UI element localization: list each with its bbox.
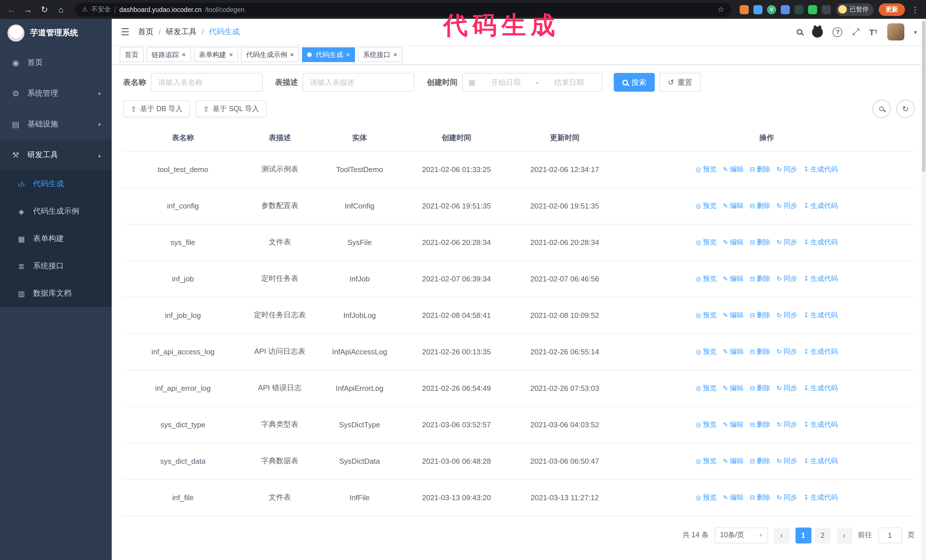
fox-extension-icon[interactable] — [740, 5, 749, 14]
logo[interactable]: 芋道管理系统 — [0, 19, 112, 47]
edit-link[interactable]: ✎编辑 — [723, 274, 743, 284]
search-icon[interactable] — [797, 29, 803, 35]
sync-link[interactable]: ↻同步 — [777, 165, 797, 174]
tab-1[interactable]: 链路追踪× — [147, 47, 191, 62]
close-icon[interactable]: × — [229, 51, 233, 58]
generate-code-link[interactable]: ↧生成代码 — [803, 201, 838, 210]
delete-link[interactable]: ⊟删除 — [750, 165, 770, 174]
github-icon[interactable] — [812, 27, 823, 37]
chevron-down-icon[interactable]: ▾ — [914, 29, 917, 35]
preview-link[interactable]: ◎预览 — [696, 237, 717, 247]
sidebar-subitem-0[interactable]: ‹/›代码生成 — [0, 171, 112, 198]
font-size-icon[interactable]: TT — [869, 27, 878, 37]
next-page-button[interactable]: › — [836, 527, 852, 543]
toggle-search-button[interactable] — [872, 100, 891, 118]
close-icon[interactable]: × — [393, 51, 397, 58]
preview-link[interactable]: ◎预览 — [696, 274, 717, 284]
delete-link[interactable]: ⊟删除 — [750, 237, 770, 247]
generate-code-link[interactable]: ↧生成代码 — [803, 165, 838, 174]
sidebar-item-1[interactable]: ⚙系统管理▾ — [0, 78, 112, 109]
collapse-sidebar-icon[interactable]: ☰ — [121, 26, 130, 38]
generate-code-link[interactable]: ↧生成代码 — [803, 310, 838, 320]
delete-link[interactable]: ⊟删除 — [750, 274, 770, 284]
reset-button[interactable]: ↺ 重置 — [659, 73, 701, 92]
breadcrumb-devtools[interactable]: 研发工具 — [166, 27, 197, 37]
home-icon[interactable]: ⌂ — [55, 5, 67, 14]
scrollbar[interactable] — [921, 19, 926, 560]
close-icon[interactable]: × — [290, 51, 294, 58]
sidebar-subitem-3[interactable]: ≣系统接口 — [0, 252, 112, 280]
edit-link[interactable]: ✎编辑 — [723, 201, 743, 210]
edit-link[interactable]: ✎编辑 — [723, 165, 743, 174]
sidebar-item-3[interactable]: ⚒研发工具▴ — [0, 140, 112, 171]
edit-link[interactable]: ✎编辑 — [723, 456, 743, 466]
bookmark-star-icon[interactable]: ☆ — [718, 5, 724, 14]
import-db-button[interactable]: ⇧ 基于 DB 导入 — [123, 100, 190, 117]
close-icon[interactable]: × — [346, 51, 350, 58]
goto-page-input[interactable] — [878, 527, 902, 543]
profile-paused-chip[interactable]: 已暂停 — [836, 3, 873, 16]
sync-link[interactable]: ↻同步 — [777, 456, 797, 466]
preview-link[interactable]: ◎预览 — [696, 383, 717, 393]
vue-devtools-extension-icon[interactable]: V — [767, 5, 776, 14]
page-button-1[interactable]: 1 — [795, 527, 811, 543]
generate-code-link[interactable]: ↧生成代码 — [803, 347, 838, 356]
tab-2[interactable]: 表单构建× — [194, 47, 238, 62]
screen-capture-extension-icon[interactable] — [794, 5, 803, 14]
sync-link[interactable]: ↻同步 — [777, 201, 797, 210]
sync-link[interactable]: ↻同步 — [777, 492, 797, 502]
preview-link[interactable]: ◎预览 — [696, 310, 717, 320]
puzzle-extension-icon[interactable] — [822, 5, 831, 14]
generate-code-link[interactable]: ↧生成代码 — [803, 274, 838, 284]
sidebar-item-2[interactable]: ▤基础设施▾ — [0, 109, 112, 140]
sync-link[interactable]: ↻同步 — [777, 274, 797, 284]
edit-link[interactable]: ✎编辑 — [723, 310, 743, 320]
scrollbar-thumb[interactable] — [922, 21, 925, 172]
sync-link[interactable]: ↻同步 — [777, 237, 797, 247]
menu-dots-icon[interactable]: ⋮ — [910, 5, 920, 14]
table-desc-input[interactable] — [303, 73, 414, 92]
edit-link[interactable]: ✎编辑 — [723, 420, 743, 429]
sidebar-subitem-4[interactable]: ▥数据库文档 — [0, 280, 112, 307]
update-button[interactable]: 更新 — [879, 3, 905, 16]
tab-4[interactable]: 代码生成× — [302, 47, 355, 62]
sidebar-subitem-2[interactable]: ▦表单构建 — [0, 225, 112, 252]
sync-link[interactable]: ↻同步 — [777, 420, 797, 429]
prev-page-button[interactable]: ‹ — [773, 527, 790, 543]
edit-link[interactable]: ✎编辑 — [723, 237, 743, 247]
date-range-picker[interactable]: ▦ 开始日期 - 结束日期 — [462, 73, 602, 92]
tab-5[interactable]: 系统接口× — [358, 47, 402, 62]
preview-link[interactable]: ◎预览 — [696, 347, 717, 356]
water-drop-extension-icon[interactable] — [754, 5, 763, 14]
edit-link[interactable]: ✎编辑 — [723, 347, 743, 356]
delete-link[interactable]: ⊟删除 — [750, 201, 770, 210]
generate-code-link[interactable]: ↧生成代码 — [803, 383, 838, 393]
table-name-input[interactable] — [151, 73, 262, 92]
fullscreen-icon[interactable]: ⤢ — [852, 27, 859, 37]
edit-link[interactable]: ✎编辑 — [723, 492, 743, 502]
sync-link[interactable]: ↻同步 — [777, 310, 797, 320]
breadcrumb-home[interactable]: 首页 — [138, 27, 154, 37]
delete-link[interactable]: ⊟删除 — [750, 383, 770, 393]
leaf-extension-icon[interactable] — [808, 5, 817, 14]
question-icon[interactable]: ? — [833, 27, 843, 37]
sync-link[interactable]: ↻同步 — [777, 347, 797, 356]
generate-code-link[interactable]: ↧生成代码 — [803, 420, 838, 429]
page-size-select[interactable]: 10条/页 ▾ — [714, 527, 768, 543]
preview-link[interactable]: ◎预览 — [696, 420, 717, 429]
page-button-2[interactable]: 2 — [815, 527, 831, 543]
generate-code-link[interactable]: ↧生成代码 — [803, 237, 838, 247]
preview-link[interactable]: ◎预览 — [696, 201, 717, 210]
delete-link[interactable]: ⊟删除 — [750, 310, 770, 320]
close-icon[interactable]: × — [182, 51, 186, 58]
reload-icon[interactable]: ↻ — [39, 4, 50, 15]
back-icon[interactable]: ← — [6, 5, 17, 14]
address-bar[interactable]: ⚠ 不安全 | dashboard.yudao.iocoder.cn/tool/… — [75, 3, 731, 16]
sidebar-subitem-1[interactable]: ◈代码生成示例 — [0, 198, 112, 225]
delete-link[interactable]: ⊟删除 — [750, 492, 770, 502]
preview-link[interactable]: ◎预览 — [696, 492, 717, 502]
tab-0[interactable]: 首页 — [120, 47, 144, 62]
preview-link[interactable]: ◎预览 — [696, 456, 717, 466]
import-sql-button[interactable]: ⇧ 基于 SQL 导入 — [195, 100, 266, 117]
generate-code-link[interactable]: ↧生成代码 — [803, 492, 838, 502]
